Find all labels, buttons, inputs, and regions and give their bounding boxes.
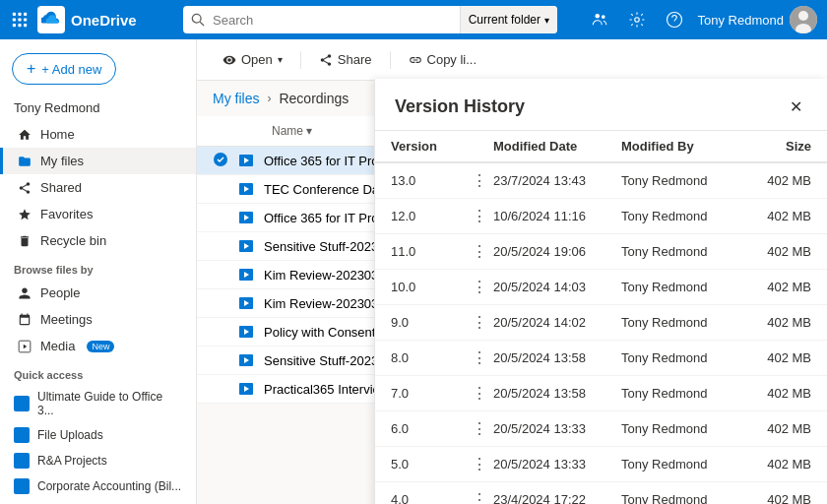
version-number: 11.0 <box>391 244 470 259</box>
svg-rect-5 <box>24 18 27 21</box>
help-question-icon[interactable] <box>661 6 688 33</box>
sidebar-item-people[interactable]: People <box>0 280 196 306</box>
version-table: Version Modified Date Modified By Size 1… <box>375 131 827 504</box>
breadcrumb-root[interactable]: My files <box>213 91 259 106</box>
version-size: 402 MB <box>742 280 811 294</box>
open-chevron-icon: ▾ <box>278 54 283 65</box>
close-panel-button[interactable]: ✕ <box>784 94 807 118</box>
search-input[interactable] <box>205 6 460 33</box>
svg-point-12 <box>601 15 604 19</box>
version-date: 20/5/2024 13:33 <box>493 457 621 472</box>
sidebar-item-shared[interactable]: Shared <box>0 174 196 201</box>
row-more-options-icon[interactable]: ⋮ <box>470 313 489 332</box>
sidebar-item-media[interactable]: Media New <box>0 333 196 359</box>
col-size: Size <box>742 139 811 154</box>
version-date: 20/5/2024 13:33 <box>493 421 621 436</box>
version-row[interactable]: 13.0 ⋮ 23/7/2024 13:43 Tony Redmond 402 … <box>375 163 827 199</box>
settings-gear-icon[interactable] <box>623 6 651 33</box>
version-row[interactable]: 10.0 ⋮ 20/5/2024 14:03 Tony Redmond 402 … <box>375 270 827 305</box>
sidebar-user-name: Tony Redmond <box>0 94 196 121</box>
version-number: 4.0 <box>391 492 470 504</box>
video-file-icon <box>236 379 256 399</box>
version-number: 8.0 <box>391 350 470 365</box>
version-row[interactable]: 9.0 ⋮ 20/5/2024 14:02 Tony Redmond 402 M… <box>375 305 827 341</box>
version-modified-by: Tony Redmond <box>621 421 742 436</box>
version-modified-by: Tony Redmond <box>621 244 742 259</box>
user-area[interactable]: Tony Redmond <box>698 6 817 33</box>
open-button[interactable]: Open ▾ <box>213 47 292 72</box>
row-more-options-icon[interactable]: ⋮ <box>470 348 489 367</box>
sidebar-item-meetings[interactable]: Meetings <box>0 306 196 333</box>
row-more-options-icon[interactable]: ⋮ <box>470 171 489 190</box>
toolbar: Open ▾ Share Copy li... <box>197 39 827 81</box>
version-size: 402 MB <box>742 244 811 259</box>
version-number: 6.0 <box>391 421 470 436</box>
sidebar-item-favorites[interactable]: Favorites <box>0 201 196 227</box>
quick-item-office-guide[interactable]: Ultimate Guide to Office 3... <box>0 385 196 422</box>
sidebar-item-label: People <box>40 285 80 300</box>
version-number: 13.0 <box>391 173 470 188</box>
copy-link-button[interactable]: Copy li... <box>399 47 487 72</box>
version-panel-title: Version History <box>395 96 525 117</box>
quick-item-rna-projects[interactable]: R&A Projects <box>0 448 196 473</box>
quick-item-corporate-acquisition[interactable]: Corporate Acquisition Pla... <box>0 499 196 504</box>
row-more-options-icon[interactable]: ⋮ <box>470 242 489 261</box>
sidebar-item-my-files[interactable]: My files <box>0 148 196 174</box>
version-row[interactable]: 8.0 ⋮ 20/5/2024 13:58 Tony Redmond 402 M… <box>375 341 827 376</box>
version-row[interactable]: 7.0 ⋮ 20/5/2024 13:58 Tony Redmond 402 M… <box>375 376 827 411</box>
new-badge: New <box>87 341 114 352</box>
version-size: 402 MB <box>742 173 811 188</box>
version-date: 20/5/2024 14:02 <box>493 315 621 330</box>
sidebar-item-home[interactable]: Home <box>0 121 196 148</box>
file-check <box>213 152 232 170</box>
svg-point-14 <box>667 13 681 28</box>
svg-point-9 <box>192 14 201 23</box>
sidebar-item-label: Shared <box>40 180 82 195</box>
version-number: 12.0 <box>391 209 470 223</box>
quick-item-icon <box>14 427 30 443</box>
sidebar-item-label: My files <box>40 154 84 168</box>
version-size: 402 MB <box>742 209 811 223</box>
add-new-button[interactable]: + + Add new <box>12 53 116 85</box>
version-row[interactable]: 4.0 ⋮ 23/4/2024 17:22 Tony Redmond 402 M… <box>375 482 827 504</box>
video-file-icon <box>236 265 256 284</box>
version-number: 5.0 <box>391 457 470 472</box>
col-version: Version <box>391 139 470 154</box>
version-date: 23/4/2024 17:22 <box>493 492 621 504</box>
row-more-options-icon[interactable]: ⋮ <box>470 490 489 504</box>
version-date: 20/5/2024 14:03 <box>493 280 621 294</box>
video-file-icon <box>236 293 256 313</box>
version-size: 402 MB <box>742 386 811 401</box>
version-modified-by: Tony Redmond <box>621 492 742 504</box>
row-more-options-icon[interactable]: ⋮ <box>470 455 489 473</box>
share-people-icon[interactable] <box>586 6 613 33</box>
app-grid-icon[interactable] <box>10 10 30 30</box>
onedrive-logo-icon <box>37 6 65 33</box>
breadcrumb-separator: › <box>267 92 271 105</box>
version-modified-by: Tony Redmond <box>621 280 742 294</box>
version-row[interactable]: 12.0 ⋮ 10/6/2024 11:16 Tony Redmond 402 … <box>375 199 827 234</box>
version-size: 402 MB <box>742 421 811 436</box>
row-more-options-icon[interactable]: ⋮ <box>470 419 489 438</box>
quick-item-corporate-accounting[interactable]: Corporate Accounting (Bil... <box>0 473 196 499</box>
version-row[interactable]: 5.0 ⋮ 20/5/2024 13:33 Tony Redmond 402 M… <box>375 447 827 482</box>
breadcrumb-folder: Recordings <box>279 91 349 106</box>
version-size: 402 MB <box>742 492 811 504</box>
sidebar-item-label: Home <box>40 127 75 142</box>
version-row[interactable]: 6.0 ⋮ 20/5/2024 13:33 Tony Redmond 402 M… <box>375 411 827 447</box>
video-file-icon <box>236 236 256 256</box>
svg-rect-6 <box>13 24 16 27</box>
quick-item-label: R&A Projects <box>37 454 107 468</box>
sidebar-item-recycle-bin[interactable]: Recycle bin <box>0 227 196 254</box>
row-more-options-icon[interactable]: ⋮ <box>470 278 489 296</box>
row-more-options-icon[interactable]: ⋮ <box>470 384 489 403</box>
app-logo-area: OneDrive <box>37 6 175 33</box>
row-more-options-icon[interactable]: ⋮ <box>470 207 489 225</box>
search-scope-selector[interactable]: Current folder ▾ <box>460 6 557 33</box>
search-bar[interactable]: Current folder ▾ <box>183 6 557 33</box>
quick-item-icon <box>14 453 30 469</box>
quick-item-file-uploads[interactable]: File Uploads <box>0 422 196 448</box>
share-button[interactable]: Share <box>309 47 382 72</box>
version-row[interactable]: 11.0 ⋮ 20/5/2024 19:06 Tony Redmond 402 … <box>375 234 827 270</box>
sidebar: + + Add new Tony Redmond Home My files S… <box>0 39 197 504</box>
